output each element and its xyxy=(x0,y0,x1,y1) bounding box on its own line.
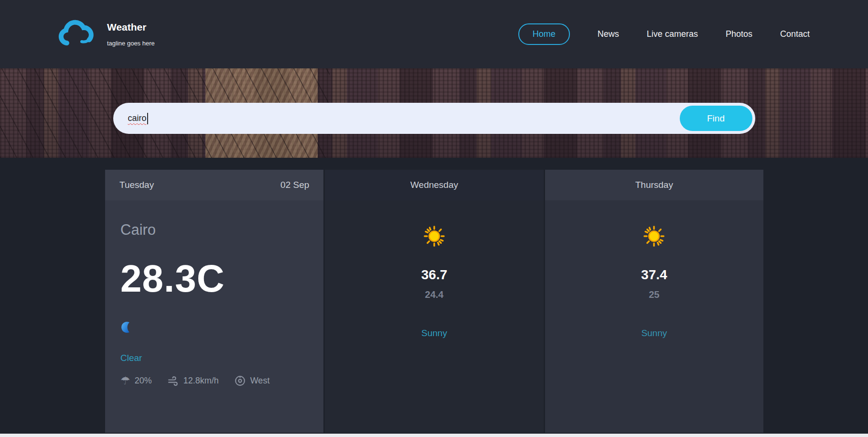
next-section-edge xyxy=(0,434,868,437)
hero-banner: cairo Find xyxy=(0,68,868,158)
cloud-logo-icon xyxy=(55,20,97,49)
min-temperature: 24.4 xyxy=(340,289,528,300)
weather-details: ☂ 20% 12.8km/h xyxy=(120,375,308,387)
card-header: Thursday xyxy=(545,170,763,200)
compass-icon xyxy=(234,375,246,387)
nav-item-news[interactable]: News xyxy=(598,29,619,39)
main-nav: Home News Live cameras Photos Contact xyxy=(518,23,810,45)
wind-icon xyxy=(167,375,179,387)
condition-label: Clear xyxy=(120,353,308,363)
current-temperature: 28.3C xyxy=(120,257,308,301)
max-temperature: 36.7 xyxy=(340,267,528,283)
max-temperature: 37.4 xyxy=(560,267,748,283)
precipitation-value: 20% xyxy=(135,376,152,386)
find-button[interactable]: Find xyxy=(680,106,752,131)
card-body: 37.4 25 Sunny xyxy=(545,200,763,433)
date-label: 02 Sep xyxy=(280,180,309,190)
app-header: Weather tagline goes here Home News Live… xyxy=(0,0,868,68)
condition-label: Sunny xyxy=(560,328,748,339)
card-body: Cairo 28.3C Clear ☂ 20% xyxy=(105,200,323,433)
direction-detail: West xyxy=(234,375,270,387)
forecast-cards: Tuesday 02 Sep Cairo 28.3C Clear xyxy=(105,170,763,433)
day-label: Wednesday xyxy=(410,180,458,190)
day-label: Thursday xyxy=(635,180,673,190)
sun-icon xyxy=(423,231,445,240)
nav-item-contact[interactable]: Contact xyxy=(780,29,810,39)
text-caret xyxy=(147,113,148,124)
search-query-text: cairo xyxy=(128,113,147,123)
app-title: Weather xyxy=(107,22,155,33)
forecast-card-wednesday: Wednesday 36.7 24.4 Sunny xyxy=(325,170,543,433)
nav-item-photos[interactable]: Photos xyxy=(726,29,752,39)
app-tagline: tagline goes here xyxy=(107,40,155,47)
wind-detail: 12.8km/h xyxy=(167,375,219,387)
nav-item-live-cameras[interactable]: Live cameras xyxy=(647,29,698,39)
search-input[interactable]: cairo xyxy=(113,103,680,134)
sun-icon xyxy=(643,231,665,240)
card-header: Wednesday xyxy=(325,170,543,200)
day-label: Tuesday xyxy=(119,180,154,190)
brand-text: Weather tagline goes here xyxy=(107,22,155,47)
umbrella-icon: ☂ xyxy=(120,375,130,386)
card-header: Tuesday 02 Sep xyxy=(105,170,323,200)
condition-label: Sunny xyxy=(340,328,528,339)
nav-item-home[interactable]: Home xyxy=(518,23,570,45)
wind-direction-value: West xyxy=(250,376,270,386)
forecast-card-thursday: Thursday 37.4 25 Sunny xyxy=(545,170,763,433)
city-name: Cairo xyxy=(120,221,308,239)
forecast-card-tuesday: Tuesday 02 Sep Cairo 28.3C Clear xyxy=(105,170,323,433)
search-bar: cairo Find xyxy=(113,103,755,134)
precipitation-detail: ☂ 20% xyxy=(120,375,152,386)
moon-icon xyxy=(120,321,308,334)
card-body: 36.7 24.4 Sunny xyxy=(325,200,543,433)
wind-speed-value: 12.8km/h xyxy=(183,376,219,386)
min-temperature: 25 xyxy=(560,289,748,300)
brand: Weather tagline goes here xyxy=(55,20,155,49)
